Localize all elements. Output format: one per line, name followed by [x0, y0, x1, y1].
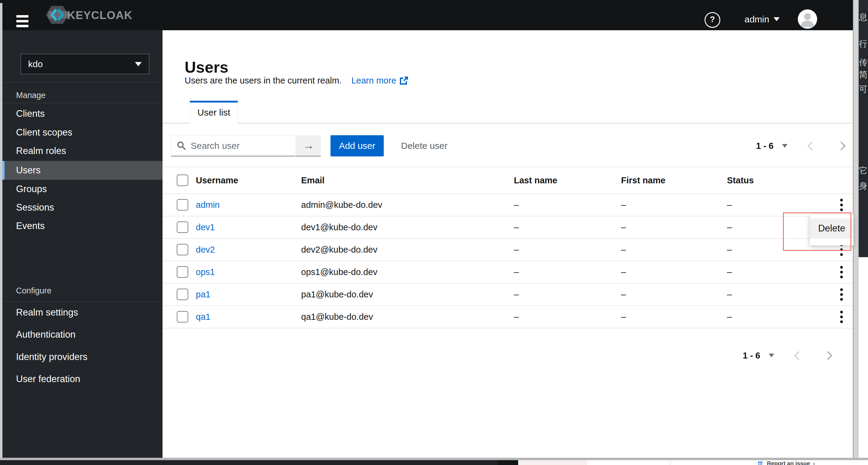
username-link[interactable]: qa1	[196, 306, 210, 328]
sidebar-divider	[2, 82, 162, 82]
username-link[interactable]: ops1	[196, 261, 215, 283]
sidebar-divider	[2, 103, 162, 103]
taskbar-segment	[0, 460, 498, 465]
hamburger-menu-icon[interactable]	[17, 15, 28, 28]
sidebar-item-realm-settings[interactable]: Realm settings	[2, 303, 162, 322]
window-left-edge	[0, 3, 2, 458]
background-text-line: 中简	[859, 69, 867, 80]
background-text-line: 进行	[859, 38, 867, 49]
report-issue-icon	[756, 460, 764, 465]
cell-last_name: –	[514, 239, 519, 261]
cell-first_name: –	[621, 261, 626, 283]
background-text-line: 它	[859, 165, 867, 176]
cell-first_name: –	[621, 239, 626, 261]
sidebar-item-realm-roles[interactable]: Realm roles	[2, 141, 162, 160]
username-link[interactable]: dev2	[196, 239, 215, 261]
cell-status: –	[727, 194, 732, 216]
vertical-scrollbar[interactable]	[853, 0, 858, 458]
kebab-menu-icon[interactable]	[836, 194, 846, 216]
kebab-menu-icon[interactable]	[836, 261, 846, 283]
row-checkbox[interactable]	[177, 199, 188, 210]
row-checkbox[interactable]	[177, 222, 188, 233]
cell-first_name: –	[621, 194, 626, 216]
column-header-first-name: First name	[621, 167, 665, 194]
sidebar: kdo Manage ClientsClient scopesRealm rol…	[2, 30, 162, 458]
background-text-line: 地传	[859, 57, 867, 68]
sidebar-divider	[2, 301, 162, 302]
learn-more-link[interactable]: Learn more	[351, 76, 408, 86]
sidebar-item-groups[interactable]: Groups	[2, 180, 162, 198]
user-menu-caret-icon[interactable]	[774, 17, 780, 21]
username-link[interactable]: pa1	[196, 284, 210, 305]
current-user-label[interactable]: admin	[745, 14, 769, 25]
cell-last_name: –	[514, 194, 519, 216]
next-page-icon[interactable]	[824, 351, 833, 360]
avatar[interactable]	[798, 9, 817, 29]
cell-status: –	[727, 239, 732, 261]
sidebar-item-authentication[interactable]: Authentication	[2, 325, 162, 344]
cell-email: dev2@kube-do.dev	[301, 239, 377, 261]
window-bottom-edge	[0, 458, 868, 460]
pagination-range[interactable]: 1 - 6	[756, 141, 774, 151]
pagination-top: 1 - 6	[756, 135, 844, 157]
cell-email: dev1@kube-do.dev	[301, 216, 377, 238]
pagination-caret-icon[interactable]	[782, 144, 787, 147]
bottom-strip: Report an issue ›	[0, 460, 868, 465]
tab-strip: User list	[162, 101, 853, 124]
kebab-menu-icon[interactable]	[836, 284, 846, 305]
realm-selector[interactable]: kdo	[21, 54, 149, 74]
cell-status: –	[727, 261, 732, 283]
keycloak-logo: KEYCLOAK	[45, 7, 132, 24]
sidebar-item-identity-providers[interactable]: Identity providers	[2, 347, 162, 366]
realm-caret-icon	[135, 62, 142, 66]
brand-name: KEYCLOAK	[67, 9, 132, 22]
help-icon[interactable]: ?	[705, 12, 720, 28]
row-checkbox[interactable]	[177, 289, 188, 300]
table-row-pa1: pa1pa1@kube-do.dev–––	[162, 284, 853, 306]
users-table: UsernameEmailLast nameFirst nameStatus a…	[162, 167, 853, 328]
row-checkbox[interactable]	[177, 244, 188, 255]
next-page-icon[interactable]	[837, 141, 846, 151]
background-text-line: 信息	[859, 11, 867, 23]
tab-user-list[interactable]: User list	[190, 101, 238, 124]
sidebar-item-events[interactable]: Events	[2, 217, 162, 235]
table-row-qa1: qa1qa1@kube-do.dev–––	[162, 306, 853, 328]
username-link[interactable]: admin	[196, 194, 220, 216]
cell-email: admin@kube-do.dev	[301, 194, 382, 216]
pagination-range[interactable]: 1 - 6	[743, 351, 760, 361]
sidebar-item-client-scopes[interactable]: Client scopes	[2, 123, 162, 142]
report-an-issue[interactable]: Report an issue ›	[756, 460, 815, 465]
search-icon	[177, 141, 186, 151]
cell-last_name: –	[514, 216, 519, 238]
sidebar-item-user-federation[interactable]: User federation	[2, 370, 162, 389]
select-all-checkbox[interactable]	[177, 174, 188, 186]
delete-user-button[interactable]: Delete user	[401, 135, 447, 157]
cell-first_name: –	[621, 216, 626, 238]
pagination-caret-icon[interactable]	[769, 354, 774, 357]
main-content: Users Users are the users in the current…	[162, 30, 853, 458]
cell-last_name: –	[514, 306, 519, 328]
cell-first_name: –	[621, 284, 626, 305]
add-user-button[interactable]: Add user	[331, 135, 384, 157]
username-link[interactable]: dev1	[196, 216, 215, 238]
cell-first_name: –	[621, 306, 626, 328]
column-header-last-name: Last name	[514, 167, 557, 194]
kebab-menu-icon[interactable]	[836, 306, 846, 328]
taskbar-segment	[518, 460, 587, 465]
previous-page-icon[interactable]	[807, 141, 816, 151]
row-checkbox[interactable]	[177, 266, 188, 278]
nav-section-manage: Manage	[16, 91, 46, 100]
sidebar-item-users[interactable]: Users	[2, 161, 162, 180]
search-submit-button[interactable]: →	[296, 135, 321, 157]
page-subtitle: Users are the users in the current realm…	[185, 76, 342, 86]
previous-page-icon[interactable]	[794, 351, 803, 360]
sidebar-item-clients[interactable]: Clients	[2, 104, 162, 123]
pagination-bottom: 1 - 6	[743, 345, 831, 366]
row-checkbox[interactable]	[177, 311, 188, 323]
menu-item-delete[interactable]: Delete	[810, 219, 854, 238]
search-input[interactable]: Search user	[171, 135, 296, 157]
background-text-line: 的身	[859, 180, 867, 192]
sidebar-item-sessions[interactable]: Sessions	[2, 198, 162, 217]
column-header-username: Username	[196, 167, 238, 194]
report-issue-label: Report an issue	[767, 460, 810, 465]
